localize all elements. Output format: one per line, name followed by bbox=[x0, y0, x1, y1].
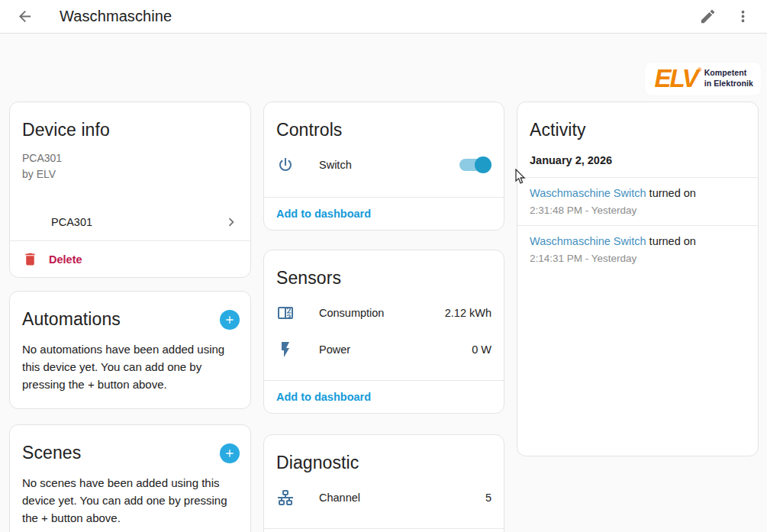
delete-device-button[interactable]: Delete bbox=[10, 241, 250, 277]
back-button[interactable] bbox=[11, 3, 38, 31]
entity-name: Channel bbox=[319, 492, 485, 504]
logbook-entry: Waschmaschine Switch turned on 2:31:48 P… bbox=[517, 177, 758, 225]
entity-value: 5 bbox=[485, 492, 491, 504]
scenes-card: Scenes No scenes have been added using t… bbox=[9, 424, 251, 532]
elv-brand-logo: ELV® Kompetent in Elektronik bbox=[645, 63, 761, 95]
diagnostic-title: Diagnostic bbox=[264, 435, 504, 479]
trash-icon bbox=[22, 251, 38, 267]
config-entry-row[interactable]: PCA301 bbox=[10, 204, 250, 240]
logbook-timestamp: 2:14:31 PM - Yesterday bbox=[530, 253, 746, 264]
sensors-add-to-dashboard-link[interactable]: Add to dashboard bbox=[264, 381, 504, 413]
add-scene-button[interactable] bbox=[220, 443, 240, 463]
chevron-right-icon bbox=[223, 214, 240, 231]
plus-icon bbox=[224, 447, 236, 459]
toggle-knob bbox=[475, 156, 491, 173]
config-entry-label: PCA301 bbox=[51, 216, 223, 228]
power-icon bbox=[276, 156, 295, 174]
controls-add-to-dashboard-link[interactable]: Add to dashboard bbox=[264, 198, 504, 230]
switch-toggle[interactable] bbox=[459, 156, 491, 174]
device-manufacturer: by ELV bbox=[22, 166, 238, 182]
automations-card: Automations No automations have been add… bbox=[9, 291, 251, 409]
device-page-layout: Device info PCA301 by ELV PCA301 Delete … bbox=[9, 102, 759, 532]
entity-row-channel[interactable]: Channel 5 bbox=[264, 479, 504, 516]
entity-row-consumption[interactable]: Consumption 2.12 kWh bbox=[264, 295, 504, 331]
device-meta: PCA301 by ELV bbox=[10, 147, 250, 182]
activity-title: Activity bbox=[517, 102, 758, 147]
automations-empty-text: No automations have been added using thi… bbox=[10, 336, 250, 408]
logbook-entry: Waschmaschine Switch turned on 2:14:31 P… bbox=[517, 225, 758, 273]
delete-label: Delete bbox=[49, 253, 82, 266]
elv-tagline: Kompetent in Elektronik bbox=[704, 68, 753, 88]
sensors-title: Sensors bbox=[264, 250, 504, 295]
device-info-card: Device info PCA301 by ELV PCA301 Delete bbox=[9, 102, 251, 278]
automations-title: Automations bbox=[10, 292, 220, 336]
add-automation-button[interactable] bbox=[220, 310, 240, 330]
controls-title: Controls bbox=[264, 102, 504, 147]
scenes-empty-text: No scenes have been added using this dev… bbox=[10, 469, 250, 532]
entity-name: Power bbox=[319, 343, 472, 356]
entity-row-power[interactable]: Power 0 W bbox=[264, 331, 504, 368]
entity-name: Consumption bbox=[319, 307, 445, 319]
sensors-card: Sensors Consumption 2.12 kWh Power 0 W A… bbox=[263, 250, 504, 414]
device-info-title: Device info bbox=[10, 102, 250, 147]
entity-row-switch[interactable]: Switch bbox=[264, 147, 504, 183]
entity-value: 0 W bbox=[472, 343, 491, 356]
activity-card: Activity January 2, 2026 Waschmaschine S… bbox=[517, 102, 759, 456]
diagnostic-card: Diagnostic Channel 5 bbox=[263, 434, 504, 532]
app-header: Waschmaschine bbox=[0, 0, 767, 34]
logbook-timestamp: 2:31:48 PM - Yesterday bbox=[530, 205, 746, 216]
logbook-date-header: January 2, 2026 bbox=[517, 147, 758, 177]
scenes-title: Scenes bbox=[10, 425, 220, 469]
logbook-action: turned on bbox=[649, 235, 696, 247]
pencil-icon bbox=[699, 8, 717, 25]
logbook-entity-link[interactable]: Waschmaschine Switch bbox=[530, 235, 646, 247]
controls-card: Controls Switch Add to dashboard bbox=[263, 102, 504, 231]
device-model: PCA301 bbox=[22, 150, 238, 166]
logbook-entity-link[interactable]: Waschmaschine Switch bbox=[530, 187, 646, 199]
back-arrow-icon bbox=[16, 8, 34, 25]
elv-logo-text: ELV® bbox=[654, 66, 701, 91]
flash-icon bbox=[276, 340, 295, 359]
lan-icon bbox=[276, 488, 295, 507]
kebab-menu-icon bbox=[734, 8, 752, 25]
counter-icon bbox=[276, 304, 295, 322]
page-title: Waschmaschine bbox=[60, 8, 172, 25]
plus-icon bbox=[224, 314, 236, 326]
entity-name: Switch bbox=[319, 159, 459, 171]
edit-device-button[interactable] bbox=[694, 3, 721, 31]
overflow-menu-button[interactable] bbox=[729, 3, 756, 31]
divider bbox=[264, 528, 504, 529]
logbook-action: turned on bbox=[649, 187, 696, 199]
registered-trademark: ® bbox=[698, 66, 701, 73]
entity-value: 2.12 kWh bbox=[445, 307, 491, 319]
